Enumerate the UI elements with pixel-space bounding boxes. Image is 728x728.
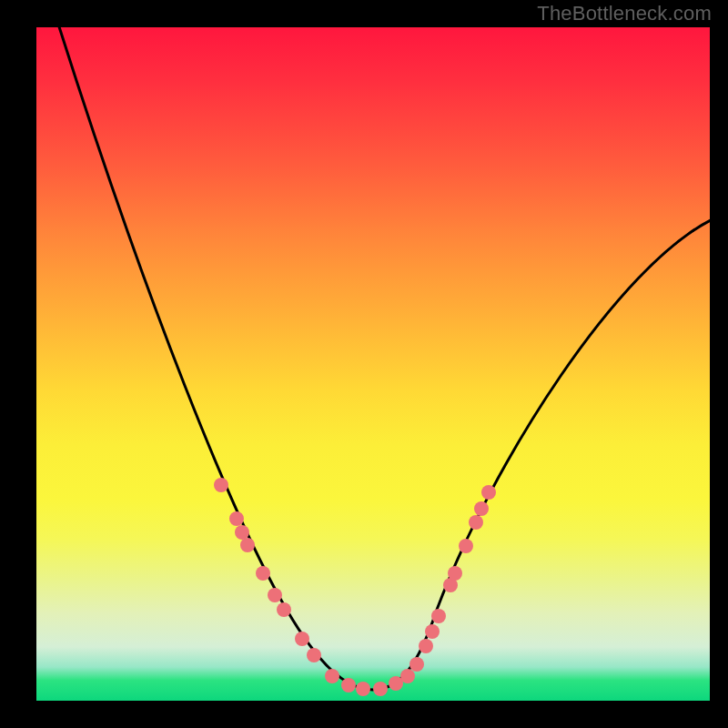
data-point: [448, 566, 462, 581]
data-point: [268, 588, 282, 602]
data-point: [295, 632, 309, 646]
plot-area: [36, 27, 710, 701]
data-point: [400, 669, 415, 683]
data-point: [341, 678, 356, 693]
data-point: [474, 501, 489, 516]
chart-overlay: [36, 27, 710, 701]
data-point: [469, 515, 483, 530]
data-point: [419, 639, 433, 653]
data-point: [240, 538, 255, 552]
data-point: [235, 525, 249, 540]
data-point: [214, 478, 228, 492]
data-point: [431, 609, 446, 623]
data-point: [373, 682, 388, 696]
data-point: [307, 648, 321, 662]
data-point: [459, 539, 473, 553]
data-point: [425, 624, 440, 639]
data-point: [356, 682, 370, 696]
data-markers: [214, 478, 496, 696]
watermark-text: TheBottleneck.com: [537, 2, 712, 25]
data-point: [410, 657, 424, 672]
bottleneck-curve: [56, 27, 710, 690]
chart-frame: TheBottleneck.com: [0, 0, 728, 728]
data-point: [325, 669, 339, 683]
data-point: [256, 566, 270, 581]
data-point: [277, 602, 291, 617]
data-point: [481, 485, 496, 500]
data-point: [229, 511, 244, 526]
